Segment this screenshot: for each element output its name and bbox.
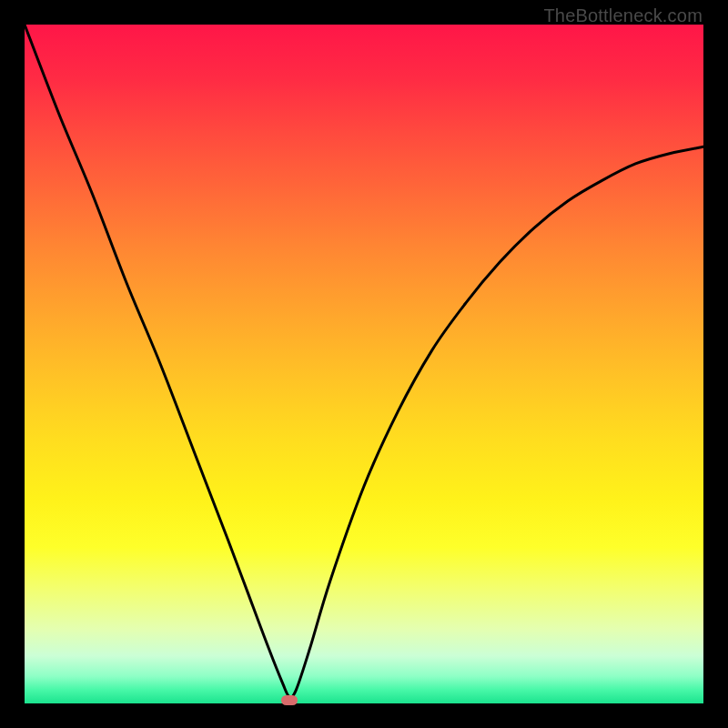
minimum-marker bbox=[281, 695, 298, 705]
attribution-text: TheBottleneck.com bbox=[543, 5, 703, 26]
plot-area bbox=[25, 25, 703, 703]
chart-frame: TheBottleneck.com bbox=[0, 0, 728, 728]
bottleneck-curve bbox=[25, 25, 703, 703]
